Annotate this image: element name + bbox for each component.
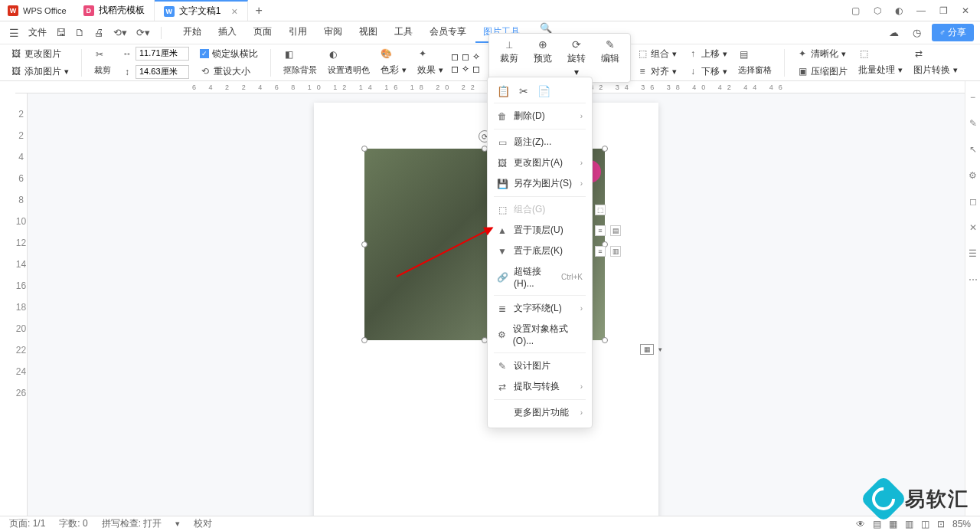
- cloud-icon[interactable]: ☁: [886, 27, 902, 38]
- user-icon[interactable]: ◐: [895, 5, 903, 16]
- tab-member[interactable]: 会员专享: [422, 22, 474, 43]
- compress-button[interactable]: ▣压缩图片: [794, 64, 851, 80]
- resize-handle-br[interactable]: [602, 337, 608, 343]
- view-icon[interactable]: 👁: [856, 519, 865, 529]
- color-button[interactable]: 🎨: [377, 47, 410, 61]
- back-ext2-icon[interactable]: ▥: [610, 246, 621, 257]
- tab-templates[interactable]: D 找稻壳模板: [74, 0, 155, 21]
- file-menu[interactable]: 文件: [25, 26, 50, 39]
- print-preview-icon[interactable]: 🗋: [72, 27, 88, 38]
- redo-icon[interactable]: ⟳▾: [133, 27, 153, 38]
- menu-text-wrap[interactable]: ≣文字环绕(L)›: [488, 298, 592, 319]
- change-image-button[interactable]: 🖼更改图片: [8, 46, 72, 62]
- menu-icon[interactable]: ☰: [6, 27, 22, 39]
- menu-more[interactable]: 更多图片功能›: [488, 402, 592, 423]
- layers-icon[interactable]: ☰: [969, 248, 977, 259]
- page-indicator[interactable]: 页面: 1/1: [9, 517, 45, 530]
- crop-button[interactable]: ✂: [91, 48, 114, 61]
- move-up-button[interactable]: ↑上移 ▾: [684, 46, 730, 62]
- rotate-tool[interactable]: ⟳旋转▾: [560, 37, 593, 79]
- resize-handle-bl[interactable]: [361, 337, 368, 343]
- add-image-button[interactable]: 🖼添加图片 ▾: [8, 64, 72, 80]
- tab-add-button[interactable]: +: [248, 4, 270, 18]
- preview-tool[interactable]: ⊕预览: [526, 37, 560, 79]
- menu-format-object[interactable]: ⚙设置对象格式(O)...: [488, 319, 592, 350]
- proofing-status[interactable]: 校对: [194, 517, 212, 530]
- clarify-button[interactable]: ✦清晰化 ▾: [794, 46, 851, 62]
- minus-icon[interactable]: −: [970, 92, 975, 103]
- style-icon[interactable]: ◻: [472, 64, 480, 74]
- minimize-button[interactable]: —: [916, 5, 926, 16]
- height-input[interactable]: [136, 65, 189, 79]
- layout-view-icon[interactable]: ▤: [873, 519, 881, 529]
- resize-handle-tl[interactable]: [361, 146, 368, 152]
- resize-handle-tr[interactable]: [602, 146, 608, 152]
- select-pane-label[interactable]: 选择窗格: [735, 63, 775, 77]
- move-down-button[interactable]: ↓下移 ▾: [684, 64, 730, 80]
- crop-tool[interactable]: ⟂裁剪: [492, 37, 526, 79]
- tools-icon[interactable]: ✕: [969, 222, 977, 233]
- spell-check-status[interactable]: 拼写检查: 打开: [102, 517, 162, 530]
- convert-label[interactable]: 图片转换 ▾: [910, 62, 961, 78]
- style-icon[interactable]: ◻: [462, 51, 469, 62]
- front-ext2-icon[interactable]: ▤: [610, 225, 621, 236]
- menu-design-image[interactable]: ✎设计图片: [488, 356, 592, 376]
- layout-options-button[interactable]: ▦: [640, 344, 654, 355]
- tab-review[interactable]: 审阅: [316, 22, 350, 43]
- tab-reference[interactable]: 引用: [281, 22, 315, 43]
- select-pane-button[interactable]: ▤: [735, 48, 775, 61]
- group-button[interactable]: ⬚组合 ▾: [634, 46, 680, 62]
- batch-label[interactable]: 批量处理 ▾: [855, 62, 906, 78]
- convert-button[interactable]: ⇄: [910, 47, 961, 61]
- pencil-icon[interactable]: ✎: [969, 118, 977, 129]
- style-icon[interactable]: ✧: [462, 64, 469, 74]
- maximize-button[interactable]: ❐: [939, 5, 948, 16]
- menu-change-image[interactable]: 🖼更改图片(A)›: [488, 152, 592, 173]
- transparency-label[interactable]: 设置透明色: [325, 63, 373, 77]
- tab-page[interactable]: 页面: [246, 22, 279, 43]
- remove-bg-button[interactable]: ◧: [280, 48, 320, 61]
- menu-caption[interactable]: ▭题注(Z)...: [488, 132, 592, 152]
- tab-tools[interactable]: 工具: [387, 22, 420, 43]
- cut-icon[interactable]: ✂: [519, 85, 528, 97]
- shape-icon[interactable]: ◻: [969, 196, 977, 207]
- reset-size-button[interactable]: ⟲重设大小: [197, 64, 261, 80]
- style-icon[interactable]: ✧: [472, 51, 480, 62]
- print-icon[interactable]: 🖨: [91, 27, 107, 38]
- back-ext-icon[interactable]: ≡: [595, 246, 606, 257]
- effect-button[interactable]: ✦: [414, 47, 446, 61]
- tab-close-icon[interactable]: ×: [231, 5, 237, 18]
- web-view-icon[interactable]: ▦: [889, 519, 897, 529]
- front-ext-icon[interactable]: ≡: [595, 225, 606, 236]
- notification-icon[interactable]: ◷: [910, 27, 924, 38]
- settings-icon[interactable]: ⚙: [969, 170, 977, 181]
- zoom-level[interactable]: 85%: [952, 519, 971, 529]
- cube-icon[interactable]: ⬡: [874, 5, 881, 16]
- menu-hyperlink[interactable]: 🔗超链接(H)...Ctrl+K: [488, 261, 592, 293]
- menu-bring-front[interactable]: ▲置于顶层(U)≡▤: [488, 220, 592, 241]
- tab-start[interactable]: 开始: [175, 22, 209, 43]
- effect-label[interactable]: 效果 ▾: [414, 62, 446, 78]
- lock-ratio-checkbox[interactable]: ✓锁定纵横比: [197, 46, 261, 62]
- resize-handle-ml[interactable]: [361, 241, 368, 247]
- batch-button[interactable]: ⬚: [855, 47, 906, 61]
- style-icon[interactable]: ◻: [451, 51, 459, 62]
- word-count[interactable]: 字数: 0: [59, 517, 87, 530]
- copy-icon[interactable]: 📋: [497, 85, 510, 97]
- close-button[interactable]: ✕: [962, 5, 969, 16]
- crop-label[interactable]: 裁剪: [91, 63, 114, 77]
- undo-icon[interactable]: ⟲▾: [110, 27, 130, 38]
- read-view-icon[interactable]: ◫: [921, 519, 929, 529]
- layout-icon[interactable]: ▢: [851, 5, 860, 16]
- edit-tool[interactable]: ✎编辑: [593, 37, 627, 79]
- document-page[interactable]: ⟳ ▦: [314, 103, 658, 531]
- style-icon[interactable]: ◻: [451, 64, 459, 74]
- outline-view-icon[interactable]: ▥: [905, 519, 913, 529]
- share-button[interactable]: ♂ 分享: [932, 24, 974, 41]
- menu-save-as-image[interactable]: 💾另存为图片(S)›: [488, 173, 592, 194]
- focus-icon[interactable]: ⊡: [937, 519, 945, 529]
- transparency-button[interactable]: ◐: [325, 48, 373, 61]
- menu-send-back[interactable]: ▼置于底层(K)≡▥: [488, 241, 592, 261]
- more-icon[interactable]: ⋯: [969, 274, 978, 285]
- tab-document[interactable]: W 文字文稿1 ×: [155, 0, 248, 21]
